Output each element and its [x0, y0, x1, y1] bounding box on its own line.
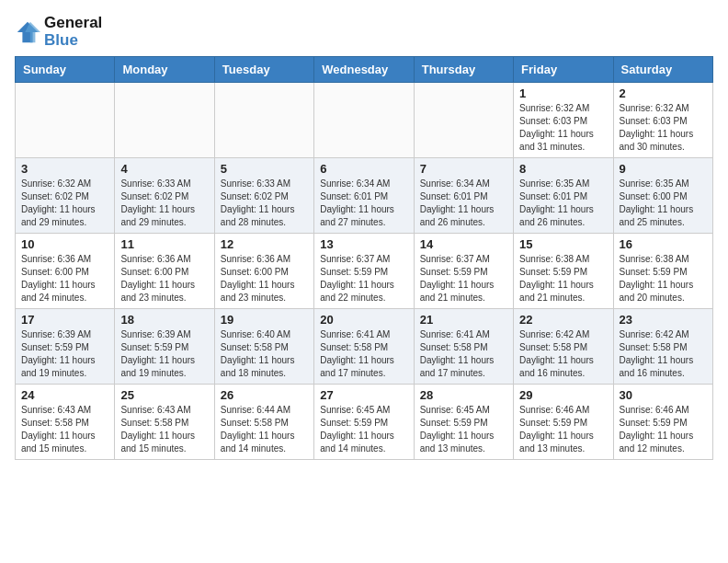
day-number: 8 [519, 162, 607, 176]
day-info: Sunrise: 6:32 AM Sunset: 6:02 PM Dayligh… [21, 178, 108, 229]
calendar-cell: 19Sunrise: 6:40 AM Sunset: 5:58 PM Dayli… [214, 309, 313, 385]
weekday-header-sunday: Sunday [16, 57, 115, 83]
calendar-cell [115, 83, 214, 158]
calendar-cell: 12Sunrise: 6:36 AM Sunset: 6:00 PM Dayli… [214, 234, 313, 309]
calendar-cell: 8Sunrise: 6:35 AM Sunset: 6:01 PM Daylig… [514, 158, 613, 234]
day-number: 16 [620, 237, 707, 251]
day-info: Sunrise: 6:40 AM Sunset: 5:58 PM Dayligh… [221, 328, 308, 380]
day-number: 29 [519, 388, 607, 402]
calendar-cell: 7Sunrise: 6:34 AM Sunset: 6:01 PM Daylig… [414, 158, 513, 234]
logo-icon [15, 19, 40, 45]
calendar-cell: 9Sunrise: 6:35 AM Sunset: 6:00 PM Daylig… [613, 158, 712, 234]
weekday-header-thursday: Thursday [414, 57, 513, 83]
day-number: 27 [320, 388, 407, 402]
calendar-cell: 21Sunrise: 6:41 AM Sunset: 5:58 PM Dayli… [414, 309, 513, 385]
calendar-week-row: 17Sunrise: 6:39 AM Sunset: 5:59 PM Dayli… [16, 309, 713, 385]
calendar-cell: 26Sunrise: 6:44 AM Sunset: 5:58 PM Dayli… [214, 385, 313, 460]
calendar-cell: 30Sunrise: 6:46 AM Sunset: 5:59 PM Dayli… [613, 385, 712, 460]
calendar-cell [314, 83, 414, 158]
calendar-cell: 13Sunrise: 6:37 AM Sunset: 5:59 PM Dayli… [314, 234, 414, 309]
day-number: 1 [519, 86, 607, 100]
day-info: Sunrise: 6:41 AM Sunset: 5:58 PM Dayligh… [320, 328, 407, 380]
day-info: Sunrise: 6:34 AM Sunset: 6:01 PM Dayligh… [320, 178, 407, 229]
calendar-cell: 3Sunrise: 6:32 AM Sunset: 6:02 PM Daylig… [16, 158, 115, 234]
logo: General Blue [15, 15, 102, 49]
day-info: Sunrise: 6:45 AM Sunset: 5:59 PM Dayligh… [420, 404, 507, 455]
calendar-cell: 25Sunrise: 6:43 AM Sunset: 5:58 PM Dayli… [115, 385, 214, 460]
day-info: Sunrise: 6:38 AM Sunset: 5:59 PM Dayligh… [620, 253, 707, 304]
page-header: General Blue [15, 15, 713, 49]
day-number: 6 [320, 162, 407, 176]
weekday-header-friday: Friday [514, 57, 613, 83]
day-number: 5 [221, 162, 308, 176]
day-info: Sunrise: 6:36 AM Sunset: 6:00 PM Dayligh… [120, 253, 208, 304]
day-info: Sunrise: 6:41 AM Sunset: 5:58 PM Dayligh… [420, 328, 507, 380]
calendar-cell: 5Sunrise: 6:33 AM Sunset: 6:02 PM Daylig… [214, 158, 313, 234]
day-info: Sunrise: 6:42 AM Sunset: 5:58 PM Dayligh… [519, 328, 607, 380]
day-number: 7 [420, 162, 507, 176]
day-number: 12 [221, 237, 308, 251]
day-number: 26 [221, 388, 308, 402]
day-info: Sunrise: 6:33 AM Sunset: 6:02 PM Dayligh… [221, 178, 308, 229]
day-number: 30 [620, 388, 707, 402]
day-number: 11 [120, 237, 208, 251]
day-info: Sunrise: 6:43 AM Sunset: 5:58 PM Dayligh… [120, 404, 208, 455]
calendar-cell: 6Sunrise: 6:34 AM Sunset: 6:01 PM Daylig… [314, 158, 414, 234]
day-info: Sunrise: 6:37 AM Sunset: 5:59 PM Dayligh… [420, 253, 507, 304]
day-number: 2 [620, 86, 707, 100]
calendar-week-row: 10Sunrise: 6:36 AM Sunset: 6:00 PM Dayli… [16, 234, 713, 309]
day-number: 4 [120, 162, 208, 176]
day-info: Sunrise: 6:34 AM Sunset: 6:01 PM Dayligh… [420, 178, 507, 229]
day-info: Sunrise: 6:46 AM Sunset: 5:59 PM Dayligh… [519, 404, 607, 455]
day-info: Sunrise: 6:36 AM Sunset: 6:00 PM Dayligh… [21, 253, 108, 304]
day-number: 23 [620, 313, 707, 327]
weekday-header-row: SundayMondayTuesdayWednesdayThursdayFrid… [16, 57, 713, 83]
calendar-cell: 20Sunrise: 6:41 AM Sunset: 5:58 PM Dayli… [314, 309, 414, 385]
calendar-week-row: 24Sunrise: 6:43 AM Sunset: 5:58 PM Dayli… [16, 385, 713, 460]
day-info: Sunrise: 6:32 AM Sunset: 6:03 PM Dayligh… [519, 102, 607, 154]
calendar-cell: 2Sunrise: 6:32 AM Sunset: 6:03 PM Daylig… [613, 83, 712, 158]
calendar-cell: 22Sunrise: 6:42 AM Sunset: 5:58 PM Dayli… [514, 309, 613, 385]
day-info: Sunrise: 6:45 AM Sunset: 5:59 PM Dayligh… [320, 404, 407, 455]
day-number: 13 [320, 237, 407, 251]
day-info: Sunrise: 6:38 AM Sunset: 5:59 PM Dayligh… [519, 253, 607, 304]
day-info: Sunrise: 6:36 AM Sunset: 6:00 PM Dayligh… [221, 253, 308, 304]
calendar-cell [214, 83, 313, 158]
day-number: 25 [120, 388, 208, 402]
day-number: 17 [21, 313, 108, 327]
day-info: Sunrise: 6:39 AM Sunset: 5:59 PM Dayligh… [21, 328, 108, 380]
calendar-cell: 14Sunrise: 6:37 AM Sunset: 5:59 PM Dayli… [414, 234, 513, 309]
day-number: 18 [120, 313, 208, 327]
day-info: Sunrise: 6:44 AM Sunset: 5:58 PM Dayligh… [221, 404, 308, 455]
calendar-cell [414, 83, 513, 158]
calendar-week-row: 1Sunrise: 6:32 AM Sunset: 6:03 PM Daylig… [16, 83, 713, 158]
calendar-cell: 24Sunrise: 6:43 AM Sunset: 5:58 PM Dayli… [16, 385, 115, 460]
day-info: Sunrise: 6:32 AM Sunset: 6:03 PM Dayligh… [620, 102, 707, 154]
day-info: Sunrise: 6:39 AM Sunset: 5:59 PM Dayligh… [120, 328, 208, 380]
day-number: 10 [21, 237, 108, 251]
day-number: 24 [21, 388, 108, 402]
calendar-cell: 28Sunrise: 6:45 AM Sunset: 5:59 PM Dayli… [414, 385, 513, 460]
weekday-header-tuesday: Tuesday [214, 57, 313, 83]
calendar-cell: 29Sunrise: 6:46 AM Sunset: 5:59 PM Dayli… [514, 385, 613, 460]
weekday-header-saturday: Saturday [613, 57, 712, 83]
day-number: 19 [221, 313, 308, 327]
day-info: Sunrise: 6:46 AM Sunset: 5:59 PM Dayligh… [620, 404, 707, 455]
day-info: Sunrise: 6:37 AM Sunset: 5:59 PM Dayligh… [320, 253, 407, 304]
calendar-cell: 4Sunrise: 6:33 AM Sunset: 6:02 PM Daylig… [115, 158, 214, 234]
calendar-cell [16, 83, 115, 158]
calendar-cell: 10Sunrise: 6:36 AM Sunset: 6:00 PM Dayli… [16, 234, 115, 309]
weekday-header-wednesday: Wednesday [314, 57, 414, 83]
calendar-cell: 1Sunrise: 6:32 AM Sunset: 6:03 PM Daylig… [514, 83, 613, 158]
calendar-cell: 17Sunrise: 6:39 AM Sunset: 5:59 PM Dayli… [16, 309, 115, 385]
calendar-cell: 11Sunrise: 6:36 AM Sunset: 6:00 PM Dayli… [115, 234, 214, 309]
day-info: Sunrise: 6:33 AM Sunset: 6:02 PM Dayligh… [120, 178, 208, 229]
day-number: 28 [420, 388, 507, 402]
calendar-cell: 18Sunrise: 6:39 AM Sunset: 5:59 PM Dayli… [115, 309, 214, 385]
day-info: Sunrise: 6:35 AM Sunset: 6:01 PM Dayligh… [519, 178, 607, 229]
day-number: 3 [21, 162, 108, 176]
calendar-week-row: 3Sunrise: 6:32 AM Sunset: 6:02 PM Daylig… [16, 158, 713, 234]
calendar-cell: 16Sunrise: 6:38 AM Sunset: 5:59 PM Dayli… [613, 234, 712, 309]
calendar-cell: 23Sunrise: 6:42 AM Sunset: 5:58 PM Dayli… [613, 309, 712, 385]
weekday-header-monday: Monday [115, 57, 214, 83]
